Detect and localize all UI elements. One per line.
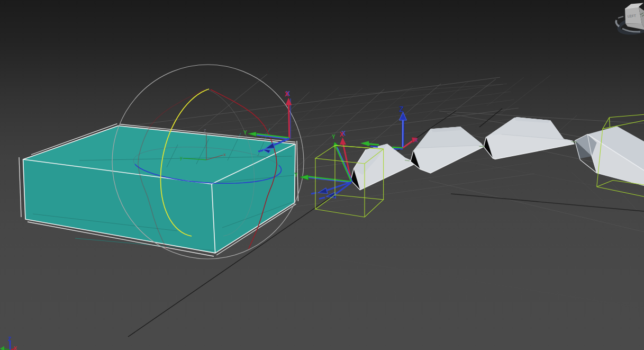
svg-text:Y: Y	[332, 134, 335, 140]
svg-text:Z: Z	[8, 336, 11, 342]
svg-text:LEFT: LEFT	[628, 14, 636, 18]
svg-text:y: y	[180, 155, 183, 160]
svg-text:Y: Y	[243, 130, 247, 136]
svg-text:z: z	[204, 128, 206, 133]
svg-text:Z: Z	[399, 105, 404, 113]
svg-text:X: X	[340, 131, 344, 138]
svg-text:Y: Y	[294, 172, 298, 178]
svg-text:X: X	[14, 346, 17, 350]
svg-text:X: X	[285, 91, 289, 98]
svg-text:x: x	[223, 152, 226, 157]
svg-text:X: X	[414, 137, 418, 143]
